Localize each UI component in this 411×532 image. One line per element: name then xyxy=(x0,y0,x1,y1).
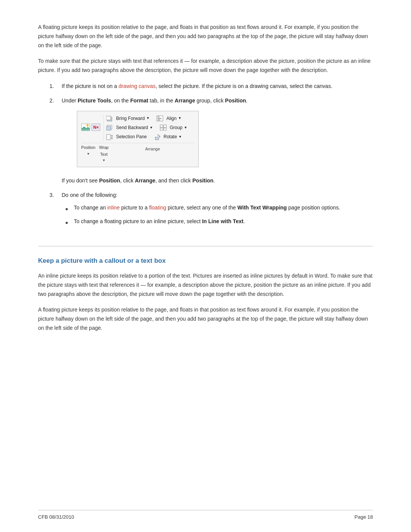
bring-forward-arrow: ▼ xyxy=(146,115,150,121)
list-item-3: 3. Do one of the following: ■ To change … xyxy=(49,191,373,231)
list-num-3: 3. xyxy=(49,191,58,231)
section-divider xyxy=(38,246,373,246)
section2-heading: Keep a picture with a callout or a text … xyxy=(38,257,373,265)
send-backward-icon xyxy=(106,125,113,131)
svg-rect-17 xyxy=(164,128,166,130)
svg-rect-13 xyxy=(106,126,111,130)
toolbar-middle: Bring Forward ▼ xyxy=(104,114,191,141)
bullet-item-2: ■ To change a floating picture to an inl… xyxy=(65,217,340,226)
svg-rect-18 xyxy=(107,134,110,140)
toolbar-row-2: Send Backward ▼ xyxy=(106,123,189,132)
send-backward-btn[interactable]: Send Backward ▼ xyxy=(115,123,155,132)
svg-rect-19 xyxy=(111,135,113,136)
svg-rect-14 xyxy=(160,125,163,128)
section2-paragraph-1: An inline picture keeps its position rel… xyxy=(38,272,373,299)
toolbar-labels-row: Position ▼ WrapText ▼ Arrange xyxy=(81,143,194,164)
bullet-1: ■ xyxy=(65,206,71,212)
list-item-2: 2. Under Picture Tools, on the Format ta… xyxy=(49,96,373,185)
step3-text: Do one of the following: ■ To change an … xyxy=(62,191,340,231)
paragraph-2: To make sure that the picture stays with… xyxy=(38,57,373,75)
page-content: A floating picture keeps its position re… xyxy=(0,0,411,370)
svg-rect-16 xyxy=(160,128,163,130)
rotate-btn[interactable]: Rotate ▼ xyxy=(162,133,183,141)
toolbar-row-3: Selection Pane Rotate xyxy=(106,133,189,141)
svg-rect-7 xyxy=(106,116,111,120)
list-num-1: 1. xyxy=(49,82,58,91)
step2-text: Under Picture Tools, on the Format tab, … xyxy=(62,96,373,185)
footer-left: CFB 08/31/2010 xyxy=(38,514,74,520)
group-arrow: ▼ xyxy=(184,125,187,131)
drawing-canvas-link[interactable]: drawing canvas xyxy=(118,83,155,89)
list-num-2: 2. xyxy=(49,96,58,185)
selection-pane-icon xyxy=(106,134,113,140)
page-footer: CFB 08/31/2010 Page 18 xyxy=(38,510,373,520)
svg-rect-10 xyxy=(158,118,161,119)
svg-rect-21 xyxy=(111,138,113,139)
svg-rect-9 xyxy=(158,117,159,117)
section2-paragraph-2: A floating picture keeps its position re… xyxy=(38,305,373,332)
bring-forward-btn[interactable]: Bring Forward ▼ xyxy=(115,114,151,123)
align-icon xyxy=(156,115,163,121)
footer-right: Page 18 xyxy=(355,514,373,520)
step1-text: If the picture is not on a drawing canva… xyxy=(62,82,332,91)
svg-point-3 xyxy=(86,124,89,126)
svg-rect-20 xyxy=(111,137,113,137)
svg-rect-11 xyxy=(158,120,160,120)
nx-icon: N× xyxy=(91,123,100,132)
send-backward-arrow: ▼ xyxy=(150,125,153,131)
align-btn[interactable]: Align ▼ xyxy=(165,114,183,123)
svg-rect-23 xyxy=(155,137,159,140)
ordered-list: 1. If the picture is not on a drawing ca… xyxy=(49,82,373,231)
arrange-label: Arrange xyxy=(145,147,160,151)
floating-link[interactable]: floating xyxy=(149,204,166,211)
toolbar-screenshot: N× xyxy=(77,111,199,167)
wrap-text-label: WrapText xyxy=(99,144,109,158)
group-icon xyxy=(160,125,167,131)
toolbar-left-icons: N× xyxy=(81,114,104,141)
inline-link[interactable]: inline xyxy=(107,204,120,211)
position-label: Position xyxy=(81,144,95,151)
selection-pane-btn[interactable]: Selection Pane xyxy=(115,133,148,141)
position-note: If you don't see Position, click Arrange… xyxy=(62,176,373,185)
toolbar-main: N× xyxy=(81,114,194,141)
toolbar-icon-nx: N× xyxy=(91,123,100,132)
bullet2-text: To change a floating picture to an inlin… xyxy=(74,217,245,226)
align-arrow: ▼ xyxy=(178,115,182,121)
bullet-item-1: ■ To change an inline picture to a float… xyxy=(65,203,340,212)
rotate-arrow: ▼ xyxy=(178,134,182,140)
picture-icon xyxy=(81,123,90,132)
group-btn[interactable]: Group ▼ xyxy=(168,123,189,132)
list-item-1: 1. If the picture is not on a drawing ca… xyxy=(49,82,373,91)
toolbar-icon-picture xyxy=(81,123,90,132)
svg-text:N×: N× xyxy=(93,125,99,129)
rotate-icon xyxy=(154,134,161,140)
bullet-2: ■ xyxy=(65,219,71,226)
toolbar-row-1: Bring Forward ▼ xyxy=(106,114,189,123)
bring-forward-icon xyxy=(106,115,113,121)
svg-rect-15 xyxy=(164,125,166,128)
paragraph-1: A floating picture keeps its position re… xyxy=(38,23,373,50)
unordered-list: ■ To change an inline picture to a float… xyxy=(65,203,340,226)
bullet1-text: To change an inline picture to a floatin… xyxy=(74,203,340,212)
